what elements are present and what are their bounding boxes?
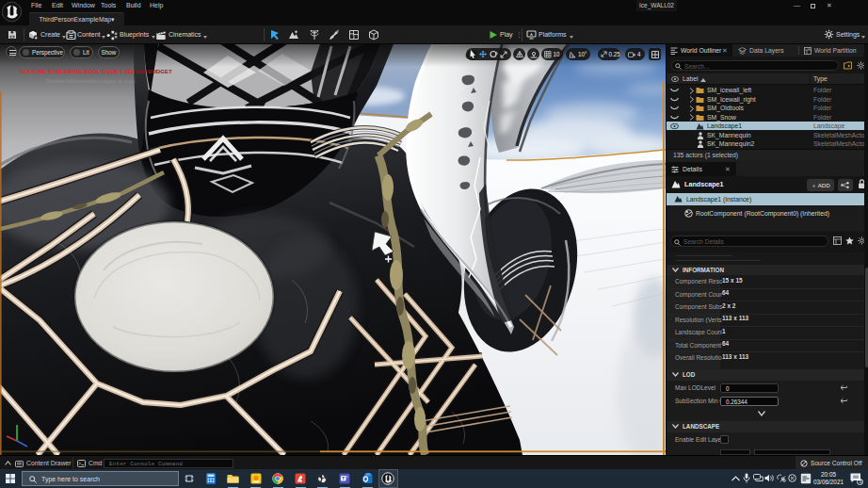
svg-text:5: 5 — [859, 479, 861, 484]
